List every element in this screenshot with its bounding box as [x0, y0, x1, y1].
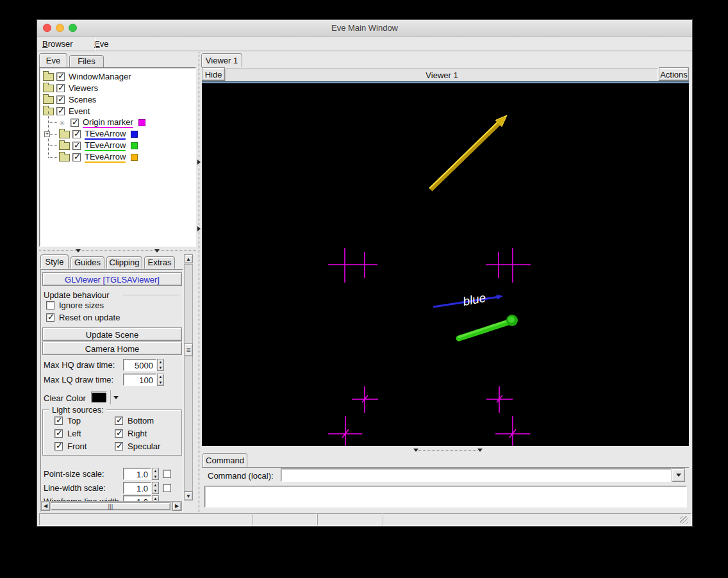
splitter-collapse-icon[interactable] — [477, 449, 483, 452]
tab-eve[interactable]: Eve — [39, 53, 67, 67]
resize-grip-icon[interactable] — [680, 516, 688, 524]
titlebar[interactable]: Eve Main Window — [37, 20, 692, 37]
tree-item-viewers[interactable]: Viewers — [43, 83, 98, 94]
light-bottom-checkbox[interactable] — [115, 417, 123, 425]
max-hq-stepper[interactable]: ▲▼ — [157, 359, 164, 371]
tree-checkbox[interactable] — [72, 130, 81, 138]
light-front-checkbox[interactable] — [54, 442, 63, 450]
command-splitter[interactable] — [202, 447, 689, 453]
camera-home-button[interactable]: Camera Home — [42, 342, 182, 355]
scroll-up-button[interactable]: ▲ — [184, 254, 193, 263]
tree-item-event[interactable]: Event — [43, 106, 90, 117]
gl-viewport[interactable]: blue — [202, 81, 689, 446]
tree-item-scenes[interactable]: Scenes — [43, 94, 96, 105]
point-size-stepper[interactable]: ▲▼ — [152, 468, 159, 480]
tree-item-label[interactable]: TEveArrow — [85, 140, 126, 151]
tree-item-label[interactable]: Event — [69, 106, 90, 116]
light-right-row[interactable]: Right — [115, 429, 147, 438]
light-specular-row[interactable]: Specular — [115, 442, 160, 451]
tab-viewer-1[interactable]: Viewer 1 — [201, 53, 242, 67]
tree-item-label[interactable]: Origin marker — [83, 117, 133, 128]
line-width-stepper[interactable]: ▲▼ — [152, 482, 159, 494]
light-top-checkbox[interactable] — [54, 417, 63, 425]
tree-checkbox[interactable] — [56, 95, 65, 104]
tree-item-tevearrow-blue[interactable]: TEveArrow — [59, 129, 138, 140]
splitter-collapse-icon[interactable] — [154, 249, 160, 252]
tree-item-label[interactable]: Viewers — [69, 83, 98, 93]
tree-checkbox[interactable] — [56, 107, 65, 115]
tree-checkbox[interactable] — [56, 72, 65, 81]
ignore-sizes-row[interactable]: Ignore sizes — [46, 301, 104, 310]
max-hq-input[interactable]: 5000 — [123, 359, 156, 371]
light-specular-checkbox[interactable] — [115, 442, 123, 450]
actions-button[interactable]: Actions — [659, 67, 689, 81]
tree-item-tevearrow-orange[interactable]: TEveArrow — [59, 152, 138, 163]
color-swatch[interactable] — [131, 154, 138, 161]
reset-on-update-checkbox[interactable] — [46, 313, 54, 322]
tab-extras[interactable]: Extras — [144, 256, 175, 268]
eve-main-window: Eve Main Window Browser Eve Eve Files Wi… — [37, 19, 693, 527]
scroll-left-button[interactable]: ◀ — [41, 502, 50, 511]
ignore-sizes-checkbox[interactable] — [46, 301, 54, 310]
tree-checkbox[interactable] — [72, 142, 81, 150]
menu-browser[interactable]: Browser — [37, 37, 78, 49]
tab-guides[interactable]: Guides — [70, 256, 104, 268]
tree-item-label[interactable]: TEveArrow — [85, 129, 126, 140]
update-scene-button[interactable]: Update Scene — [42, 327, 182, 341]
reset-on-update-row[interactable]: Reset on update — [46, 313, 120, 322]
light-top-row[interactable]: Top — [54, 416, 81, 425]
clear-color-dropdown-icon[interactable] — [113, 396, 119, 399]
max-hq-label: Max HQ draw time: — [44, 360, 123, 370]
splitter-collapse-icon[interactable] — [413, 449, 418, 452]
point-size-input[interactable]: 1.0 — [123, 468, 151, 480]
tab-clipping[interactable]: Clipping — [106, 256, 142, 268]
splitter-collapse-icon[interactable] — [76, 249, 81, 252]
command-dropdown-button[interactable] — [672, 468, 685, 482]
tree-item-tevearrow-green[interactable]: TEveArrow — [59, 140, 138, 151]
tree-checkbox[interactable] — [72, 153, 81, 161]
expand-icon[interactable]: + — [44, 131, 50, 137]
clear-color-swatch[interactable] — [91, 392, 107, 403]
scroll-right-button[interactable]: ▶ — [172, 502, 181, 511]
tree-item-label[interactable]: Scenes — [69, 95, 96, 104]
horizontal-scrollbar[interactable]: ◀ ||| ▶ — [40, 501, 182, 511]
tree-checkbox[interactable] — [70, 119, 79, 127]
splitter-collapse-icon[interactable] — [197, 160, 201, 165]
scrollbar-grip[interactable] — [184, 343, 193, 356]
max-lq-stepper[interactable]: ▲▼ — [157, 374, 164, 386]
tree-item-label[interactable]: TEveArrow — [85, 152, 126, 163]
point-size-checkbox[interactable] — [163, 470, 171, 478]
vertical-scrollbar[interactable] — [184, 264, 193, 491]
hide-button[interactable]: Hide — [202, 67, 225, 81]
light-front-row[interactable]: Front — [54, 442, 87, 451]
tree-item-label[interactable]: WindowManager — [69, 72, 131, 81]
menu-eve[interactable]: Eve — [89, 37, 113, 49]
folder-icon — [59, 131, 70, 138]
tree-checkbox[interactable] — [56, 84, 65, 92]
tree-item-windowmanager[interactable]: WindowManager — [43, 71, 131, 82]
line-width-checkbox[interactable] — [163, 484, 171, 492]
tab-command[interactable]: Command — [203, 453, 247, 467]
glviewer-button[interactable]: GLViewer [TGLSAViewer] — [42, 272, 182, 286]
line-width-input[interactable]: 1.0 — [123, 482, 151, 494]
light-bottom-row[interactable]: Bottom — [115, 416, 154, 425]
tree-splitter[interactable] — [39, 247, 196, 254]
main-splitter[interactable] — [196, 52, 202, 512]
color-swatch[interactable] — [131, 142, 138, 149]
light-sources-group: Light sources: Top Bottom Left Right Fro… — [42, 409, 182, 456]
scrollbar-grip[interactable]: ||| — [51, 502, 170, 510]
tab-files[interactable]: Files — [69, 55, 104, 67]
color-swatch[interactable] — [131, 131, 138, 138]
light-right-checkbox[interactable] — [115, 429, 123, 438]
color-swatch[interactable] — [138, 119, 145, 126]
tab-style[interactable]: Style — [40, 254, 69, 268]
max-lq-input[interactable]: 100 — [123, 374, 156, 386]
light-left-checkbox[interactable] — [54, 429, 63, 438]
command-input[interactable] — [281, 468, 672, 482]
tree-item-origin-marker[interactable]: ✳ Origin marker — [59, 117, 145, 128]
scroll-down-button[interactable]: ▼ — [184, 491, 193, 500]
light-left-row[interactable]: Left — [54, 429, 81, 438]
folder-icon — [43, 73, 54, 81]
splitter-collapse-icon[interactable] — [197, 226, 201, 231]
chevron-down-icon — [676, 474, 681, 477]
